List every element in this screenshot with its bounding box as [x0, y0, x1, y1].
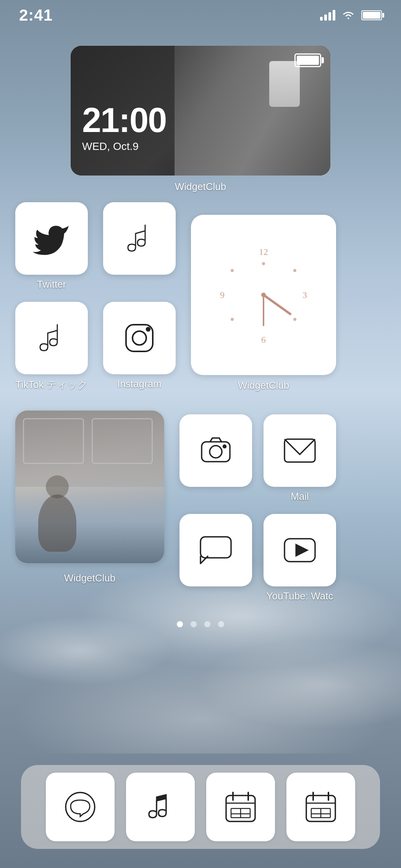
instagram-icon — [122, 321, 157, 355]
row1-small-icons: Twitter — [15, 202, 176, 290]
dot-1 — [177, 621, 183, 627]
status-time: 2:41 — [19, 6, 53, 24]
widget-time-display: 21:00 WED, Oct.9 — [82, 103, 166, 153]
message-icon — [199, 535, 233, 565]
camera1-icon — [199, 433, 233, 468]
page-dots — [15, 621, 386, 627]
svg-point-1 — [133, 331, 146, 345]
svg-point-2 — [146, 327, 150, 331]
svg-point-10 — [231, 269, 234, 272]
twitter-app[interactable]: Twitter — [15, 202, 88, 290]
clock-widget-label: WidgetClub — [191, 380, 336, 391]
music1-app[interactable] — [103, 202, 176, 290]
svg-point-8 — [293, 269, 296, 272]
status-bar: 2:41 — [0, 0, 401, 31]
photo-bottom — [15, 479, 164, 563]
widget-date: WED, Oct.9 — [82, 140, 166, 153]
twitter-label: Twitter — [37, 279, 66, 290]
svg-marker-21 — [296, 544, 307, 556]
wifi-icon — [341, 10, 355, 21]
svg-point-9 — [293, 318, 296, 321]
window-frame1 — [23, 418, 84, 464]
signal-bars — [320, 10, 335, 21]
music1-icon-box[interactable] — [103, 202, 176, 275]
dot-4 — [218, 621, 224, 627]
svg-text:12: 12 — [259, 247, 268, 257]
svg-rect-19 — [200, 537, 231, 558]
instagram-icon-box[interactable] — [103, 302, 176, 374]
person-silhouette — [38, 494, 76, 552]
photo-widget-label: WidgetClub — [64, 572, 115, 584]
tiktok-icon — [36, 321, 67, 355]
dock-music[interactable] — [126, 773, 195, 841]
youtube-icon — [283, 535, 317, 565]
widget-top-label: WidgetClub — [71, 181, 330, 193]
twitter-icon — [32, 221, 71, 256]
tiktok-icon-box[interactable] — [15, 302, 88, 374]
camera1-app[interactable] — [179, 414, 252, 502]
row2-right-row1: Mail — [179, 414, 336, 502]
row2-right: Mail — [179, 414, 336, 602]
widget-battery — [294, 53, 321, 67]
dock-calendar2[interactable] — [286, 773, 355, 841]
music1-icon — [124, 221, 155, 256]
photo-widget-bg — [15, 411, 164, 563]
dock-music-icon — [141, 788, 179, 826]
youtube-label: YouTube: Watc — [267, 590, 333, 602]
clock-widget-wrap: 12 3 6 9 — [191, 215, 336, 391]
tiktok-label: TikTok ティック — [15, 378, 87, 391]
dock-calendar2-icon — [302, 788, 340, 826]
svg-line-12 — [264, 295, 290, 314]
status-icons — [320, 10, 382, 21]
svg-point-17 — [223, 445, 226, 448]
svg-rect-18 — [285, 439, 315, 462]
svg-text:3: 3 — [302, 290, 307, 300]
row1-left: Twitter — [15, 202, 176, 391]
row2-left: WidgetClub — [15, 411, 164, 602]
window-frame2 — [92, 418, 153, 464]
mail-icon — [283, 435, 317, 466]
dock-calendar1-icon — [222, 788, 260, 826]
dot-3 — [204, 621, 210, 627]
clock-widget[interactable]: 12 3 6 9 — [191, 215, 336, 375]
top-widget[interactable]: 21:00 WED, Oct.9 WidgetClub — [71, 46, 330, 193]
svg-point-7 — [262, 262, 265, 265]
shoe-detail — [269, 61, 300, 107]
camera1-icon-box[interactable] — [179, 414, 252, 487]
mail-app[interactable]: Mail — [264, 414, 336, 502]
dot-2 — [191, 621, 197, 627]
message-app[interactable] — [179, 514, 252, 602]
dock-line[interactable] — [46, 773, 115, 841]
grid-area: Twitter — [15, 202, 386, 643]
youtube-icon-box[interactable] — [264, 514, 336, 586]
battery-icon — [361, 10, 382, 20]
instagram-app[interactable]: Instagram — [103, 302, 176, 391]
widget-time: 21:00 — [82, 103, 166, 137]
svg-text:6: 6 — [261, 335, 266, 345]
dock — [21, 765, 380, 849]
line-icon — [61, 788, 99, 826]
mail-icon-box[interactable] — [264, 414, 336, 487]
message-icon-box[interactable] — [179, 514, 252, 586]
clock-face: 12 3 6 9 — [206, 238, 321, 352]
instagram-label: Instagram — [117, 378, 162, 390]
row1-small-icons2: TikTok ティック Instagram — [15, 302, 176, 391]
mail-label: Mail — [291, 491, 309, 502]
svg-point-16 — [210, 446, 222, 458]
svg-text:9: 9 — [220, 290, 225, 300]
row2-right-row2: YouTube: Watc — [179, 514, 336, 602]
svg-point-14 — [261, 293, 266, 297]
tiktok-app[interactable]: TikTok ティック — [15, 302, 88, 391]
twitter-icon-box[interactable] — [15, 202, 88, 275]
row2: WidgetClub — [15, 411, 386, 602]
youtube-app[interactable]: YouTube: Watc — [264, 514, 336, 602]
svg-point-11 — [231, 318, 234, 321]
row1: Twitter — [15, 202, 386, 391]
person-head — [46, 475, 69, 498]
photo-widget[interactable] — [15, 411, 164, 563]
dock-calendar1[interactable] — [206, 773, 275, 841]
